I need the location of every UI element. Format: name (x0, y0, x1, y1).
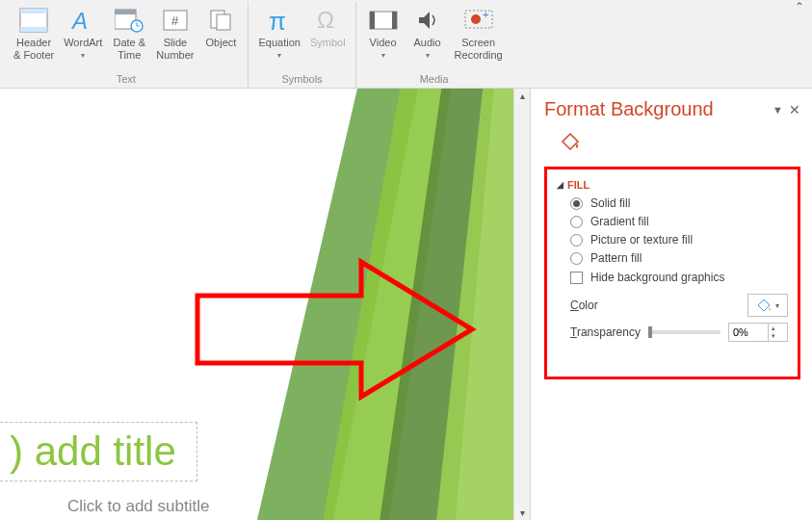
transparency-spinner[interactable]: ▴▾ (728, 323, 788, 342)
equation-button[interactable]: π Equation ▾ (254, 2, 303, 69)
pattern-fill-option[interactable]: Pattern fill (570, 251, 788, 265)
slide-editor[interactable]: ) add title Click to add subtitle ▴ ▾ (0, 89, 531, 520)
scrollbar-vertical[interactable]: ▴ ▾ (513, 89, 530, 520)
symbol-label: Symbol (310, 37, 346, 49)
facet-theme-graphic (212, 89, 531, 520)
dropdown-icon: ▾ (277, 51, 281, 60)
gradient-fill-label: Gradient fill (590, 215, 649, 228)
radio-icon (570, 234, 583, 247)
pattern-fill-label: Pattern fill (590, 251, 642, 265)
annotation-highlight-box: ◢ FILL Solid fill Gradient fill Picture … (544, 167, 800, 379)
svg-rect-5 (115, 10, 136, 14)
ribbon-group-media: Video ▾ Audio ▾ + Screen Recording Media (356, 2, 512, 88)
svg-text:Ω: Ω (317, 7, 334, 33)
dropdown-icon: ▾ (81, 51, 85, 60)
color-label: Color (570, 299, 598, 312)
wordart-label: WordArt (64, 37, 102, 49)
fill-section-header[interactable]: ◢ FILL (557, 179, 788, 191)
audio-icon (415, 4, 440, 37)
spin-down-icon[interactable]: ▾ (772, 332, 775, 340)
hide-background-option[interactable]: Hide background graphics (570, 271, 788, 284)
date-time-label: Date & Time (114, 37, 146, 62)
paint-bucket-icon (757, 299, 773, 312)
ribbon-group-text: Header & Footer A WordArt ▾ Date & Time … (4, 2, 249, 88)
fill-section-label: FILL (567, 179, 589, 191)
gradient-fill-option[interactable]: Gradient fill (570, 215, 788, 228)
screen-recording-label: Screen Recording (455, 37, 503, 62)
audio-button[interactable]: Audio ▾ (406, 2, 449, 69)
slide-number-button[interactable]: # Slide Number (152, 2, 197, 69)
panel-options-icon[interactable]: ▼ (773, 104, 783, 116)
ribbon: ⌃ Header & Footer A WordArt ▾ Date (0, 0, 812, 89)
ribbon-collapse[interactable]: ⌃ (793, 0, 806, 15)
wordart-icon: A (70, 4, 95, 37)
svg-text:#: # (171, 13, 179, 28)
svg-text:π: π (269, 7, 286, 34)
spin-up-icon[interactable]: ▴ (772, 325, 775, 332)
ribbon-group-label-media: Media (420, 73, 449, 88)
audio-label: Audio (414, 37, 441, 49)
collapse-triangle-icon: ◢ (557, 180, 563, 190)
header-footer-label: Header & Footer (13, 37, 54, 62)
scroll-up-icon[interactable]: ▴ (518, 89, 527, 103)
ribbon-group-symbols: π Equation ▾ Ω Symbol Symbols (249, 2, 355, 88)
wordart-button[interactable]: A WordArt ▾ (60, 2, 106, 69)
color-picker-button[interactable]: ▾ (747, 294, 788, 317)
checkbox-icon (570, 272, 583, 284)
slide-number-label: Slide Number (156, 37, 194, 62)
date-time-button[interactable]: Date & Time (108, 2, 150, 69)
dropdown-icon: ▾ (381, 51, 385, 60)
svg-rect-1 (20, 9, 47, 13)
transparency-label: Transparency (570, 325, 641, 339)
screen-recording-icon: + (464, 4, 493, 37)
date-time-icon (115, 4, 144, 37)
picture-fill-option[interactable]: Picture or texture fill (570, 233, 788, 247)
solid-fill-option[interactable]: Solid fill (570, 196, 788, 210)
svg-point-17 (471, 14, 481, 24)
hide-background-label: Hide background graphics (590, 271, 724, 284)
video-icon (369, 4, 398, 37)
subtitle-placeholder[interactable]: Click to add subtitle (67, 497, 209, 516)
ribbon-group-label-text: Text (117, 73, 136, 88)
svg-text:A: A (70, 8, 88, 33)
radio-icon (570, 216, 583, 228)
title-placeholder[interactable]: ) add title (0, 422, 197, 481)
subtitle-placeholder-text: Click to add subtitle (67, 497, 209, 515)
solid-fill-label: Solid fill (590, 196, 630, 210)
svg-rect-14 (370, 12, 375, 29)
format-background-panel: Format Background ▼ ✕ ◢ FILL Solid fill … (531, 89, 812, 520)
object-label: Object (206, 37, 237, 49)
svg-rect-2 (20, 27, 47, 32)
svg-rect-10 (217, 14, 230, 30)
slide-number-icon: # (163, 4, 188, 37)
transparency-slider[interactable] (648, 330, 720, 334)
scroll-down-icon[interactable]: ▾ (518, 506, 527, 520)
workspace: ) add title Click to add subtitle ▴ ▾ Fo… (0, 89, 812, 520)
transparency-input[interactable] (729, 326, 768, 338)
slide-canvas: ) add title Click to add subtitle (0, 96, 472, 520)
svg-rect-15 (392, 12, 397, 29)
svg-text:+: + (483, 9, 488, 20)
header-footer-button[interactable]: Header & Footer (10, 2, 58, 69)
picture-fill-label: Picture or texture fill (590, 233, 693, 247)
panel-title: Format Background (544, 98, 714, 120)
fill-category-icon[interactable] (556, 128, 585, 157)
title-placeholder-text: ) add title (10, 429, 176, 474)
ribbon-group-label-symbols: Symbols (281, 73, 322, 88)
panel-close-icon[interactable]: ✕ (789, 102, 800, 117)
radio-icon (570, 197, 583, 210)
symbol-button: Ω Symbol (306, 2, 350, 69)
symbol-icon: Ω (314, 4, 341, 37)
video-button[interactable]: Video ▾ (362, 2, 405, 69)
dropdown-icon: ▾ (426, 51, 430, 60)
dropdown-icon: ▾ (775, 301, 779, 310)
object-icon (208, 4, 233, 37)
video-label: Video (370, 37, 397, 49)
screen-recording-button[interactable]: + Screen Recording (451, 2, 507, 69)
radio-icon (570, 252, 583, 265)
object-button[interactable]: Object (199, 2, 242, 69)
equation-icon: π (266, 4, 293, 37)
header-footer-icon (19, 4, 48, 37)
equation-label: Equation (258, 37, 300, 49)
